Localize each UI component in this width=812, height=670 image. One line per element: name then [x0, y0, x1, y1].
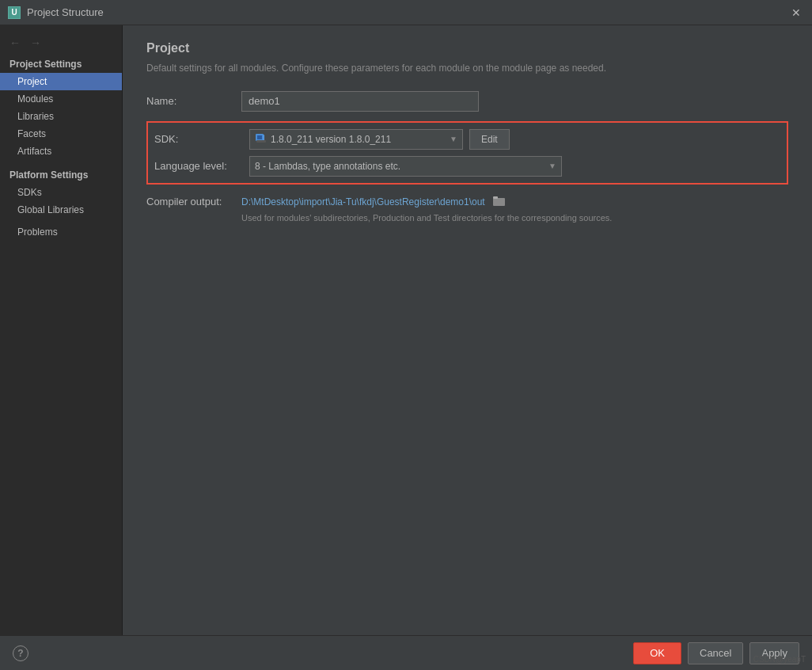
forward-button[interactable]: →: [27, 35, 44, 51]
language-level-value: 8 - Lambdas, type annotations etc.: [255, 161, 545, 172]
sidebar-item-global-libraries[interactable]: Global Libraries: [0, 201, 122, 219]
bottom-left: ?: [13, 645, 28, 661]
sdk-edit-button[interactable]: Edit: [469, 129, 510, 150]
bottom-bar: ? OK Cancel Apply: [0, 635, 812, 670]
sdk-label: SDK:: [154, 133, 249, 145]
language-level-row: Language level: 8 - Lambdas, type annota…: [154, 156, 780, 177]
nav-arrows: ← →: [0, 32, 122, 54]
svg-rect-5: [493, 196, 498, 199]
title-bar: U Project Structure ✕: [0, 0, 812, 25]
sidebar-item-sdks[interactable]: SDKs: [0, 184, 122, 201]
cancel-button[interactable]: Cancel: [688, 642, 743, 664]
sdk-dropdown[interactable]: 1.8.0_211 version 1.8.0_211 ▼: [249, 129, 463, 150]
compiler-output-path: D:\MtDesktop\import\Jia-Tu\fkdj\GuestReg…: [241, 196, 485, 207]
app-icon: U: [8, 6, 21, 19]
ok-button[interactable]: OK: [633, 642, 681, 664]
name-row: Name:: [146, 91, 788, 112]
name-input[interactable]: [241, 91, 479, 112]
sdk-dropdown-arrow: ▼: [450, 135, 457, 143]
content-area: ← → Project Settings Project Modules Lib…: [0, 25, 812, 635]
window-title: Project Structure: [27, 6, 104, 18]
sdk-row: SDK: 1.8.0_211 version 1.8.0_211 ▼: [154, 129, 780, 150]
compiler-output-hint: Used for modules' subdirectories, Produc…: [241, 213, 788, 223]
main-panel: Project Default settings for all modules…: [123, 25, 812, 635]
close-button[interactable]: ✕: [788, 5, 804, 21]
language-dropdown-arrow: ▼: [548, 162, 556, 170]
sidebar: ← → Project Settings Project Modules Lib…: [0, 25, 123, 635]
sdk-value: 1.8.0_211 version 1.8.0_211: [271, 134, 446, 145]
help-button[interactable]: ?: [13, 645, 28, 661]
sidebar-item-problems[interactable]: Problems: [0, 223, 122, 241]
watermark: CSDN@yeapT: [753, 655, 806, 664]
sidebar-item-project[interactable]: Project: [0, 73, 122, 90]
back-button[interactable]: ←: [6, 35, 24, 51]
name-label: Name:: [146, 95, 241, 107]
svg-rect-2: [257, 135, 262, 139]
project-settings-section: Project Settings: [0, 54, 122, 73]
svg-rect-4: [493, 198, 505, 206]
page-description: Default settings for all modules. Config…: [146, 62, 788, 75]
platform-settings-section: Platform Settings: [0, 165, 122, 184]
compiler-output-row: Compiler output: D:\MtDesktop\import\Jia…: [146, 194, 788, 210]
java-icon: [255, 134, 268, 145]
svg-rect-3: [256, 140, 266, 143]
page-title: Project: [146, 41, 788, 55]
compiler-output-label: Compiler output:: [146, 196, 241, 207]
sidebar-item-artifacts[interactable]: Artifacts: [0, 143, 122, 160]
language-level-label: Language level:: [154, 160, 249, 172]
sdk-section: SDK: 1.8.0_211 version 1.8.0_211 ▼: [146, 121, 788, 185]
sidebar-item-libraries[interactable]: Libraries: [0, 108, 122, 125]
compiler-output-folder-button[interactable]: [491, 194, 507, 210]
language-level-dropdown[interactable]: 8 - Lambdas, type annotations etc. ▼: [249, 156, 562, 177]
sidebar-item-facets[interactable]: Facets: [0, 125, 122, 143]
sidebar-item-modules[interactable]: Modules: [0, 90, 122, 108]
